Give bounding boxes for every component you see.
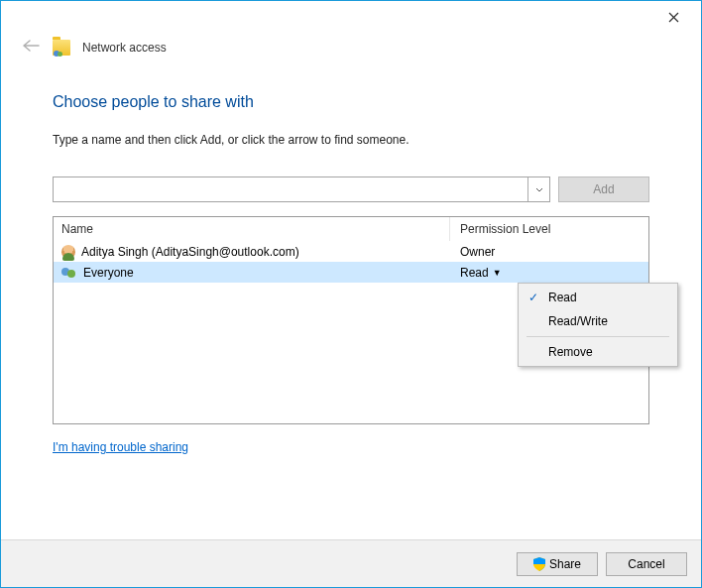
add-user-row: Add <box>53 176 649 202</box>
arrow-left-icon <box>22 39 40 53</box>
cancel-button[interactable]: Cancel <box>606 552 687 576</box>
menu-item-label: Remove <box>548 345 593 359</box>
menu-item-read-write[interactable]: Read/Write <box>519 309 677 333</box>
share-button[interactable]: Share <box>517 552 598 576</box>
back-button[interactable] <box>21 37 41 58</box>
table-row[interactable]: Aditya Singh (AdityaSingh@outlook.com) O… <box>54 241 648 262</box>
trouble-sharing-link[interactable]: I'm having trouble sharing <box>53 440 649 454</box>
share-button-label: Share <box>549 557 581 571</box>
user-icon <box>61 245 75 259</box>
name-combobox[interactable] <box>53 176 550 202</box>
row-name-label: Aditya Singh (AdityaSingh@outlook.com) <box>81 245 299 259</box>
titlebar <box>1 1 701 33</box>
cell-name: Everyone <box>54 266 450 280</box>
instruction-text: Type a name and then click Add, or click… <box>53 133 649 147</box>
menu-item-label: Read <box>548 291 577 304</box>
name-input[interactable] <box>54 177 527 201</box>
menu-item-read[interactable]: ✓ Read <box>519 286 677 309</box>
heading: Choose people to share with <box>53 93 649 111</box>
chevron-down-icon <box>535 187 543 192</box>
group-icon <box>61 266 77 280</box>
close-icon <box>668 12 679 23</box>
combobox-dropdown-button[interactable] <box>527 177 549 201</box>
menu-item-remove[interactable]: Remove <box>519 340 677 364</box>
permission-dropdown-menu: ✓ Read Read/Write Remove <box>518 283 678 367</box>
page-title: Network access <box>82 41 167 55</box>
cell-permission[interactable]: Read ▼ <box>450 266 648 280</box>
dialog-footer: Share Cancel <box>1 539 701 587</box>
table-row[interactable]: Everyone Read ▼ <box>54 262 648 283</box>
caret-down-icon: ▼ <box>493 268 502 278</box>
cell-name: Aditya Singh (AdityaSingh@outlook.com) <box>54 245 450 259</box>
share-table: Name Permission Level Aditya Singh (Adit… <box>53 216 649 424</box>
content-area: Choose people to share with Type a name … <box>1 65 701 539</box>
column-header-name[interactable]: Name <box>54 217 450 241</box>
menu-item-label: Read/Write <box>548 314 608 328</box>
cell-permission: Owner <box>450 245 648 259</box>
row-permission-label: Read <box>460 266 489 280</box>
add-button[interactable]: Add <box>558 176 649 202</box>
cancel-button-label: Cancel <box>628 557 664 571</box>
check-icon: ✓ <box>526 291 540 304</box>
network-access-icon <box>53 40 70 56</box>
close-button[interactable] <box>653 3 693 31</box>
menu-separator <box>526 336 669 337</box>
table-header: Name Permission Level <box>54 217 648 241</box>
network-access-dialog: Network access Choose people to share wi… <box>0 0 702 588</box>
column-header-permission[interactable]: Permission Level <box>450 217 648 241</box>
header-row: Network access <box>1 33 701 65</box>
row-permission-label: Owner <box>460 245 495 259</box>
row-name-label: Everyone <box>83 266 134 280</box>
shield-icon <box>533 557 545 571</box>
